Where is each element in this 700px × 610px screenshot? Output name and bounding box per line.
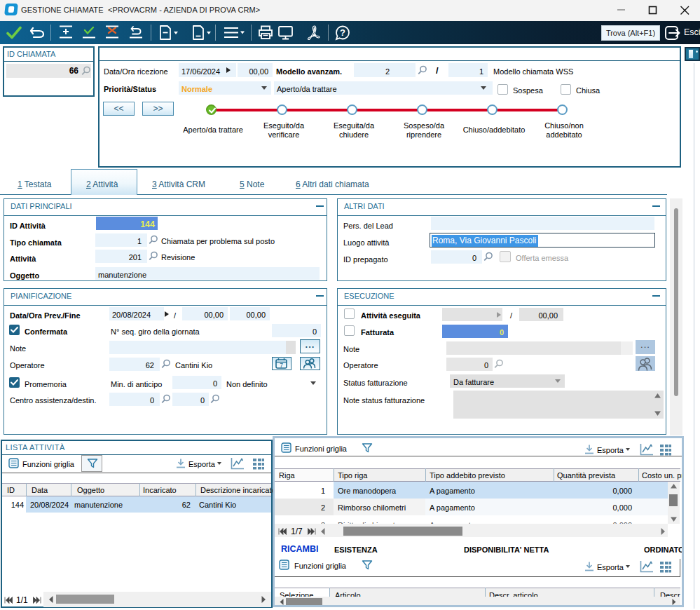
svg-text:7: 7 xyxy=(280,362,283,369)
svg-text:?: ? xyxy=(340,27,345,38)
